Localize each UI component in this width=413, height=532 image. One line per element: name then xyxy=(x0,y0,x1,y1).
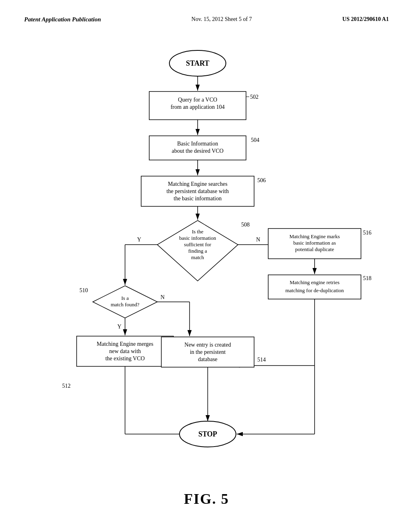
figure-caption: FIG. 5 xyxy=(0,486,413,515)
svg-rect-51 xyxy=(268,275,361,299)
svg-text:in the persistent: in the persistent xyxy=(190,349,226,355)
svg-text:516: 516 xyxy=(363,230,371,236)
header-date-sheet: Nov. 15, 2012 Sheet 5 of 7 xyxy=(192,16,252,23)
svg-text:New entry is created: New entry is created xyxy=(184,342,231,348)
svg-text:508: 508 xyxy=(241,222,250,228)
svg-text:506: 506 xyxy=(257,177,266,183)
svg-text:Y: Y xyxy=(117,324,121,330)
header-publication-type: Patent Application Publication xyxy=(24,16,101,23)
svg-text:514: 514 xyxy=(257,357,266,363)
svg-text:match: match xyxy=(191,254,204,260)
svg-text:Matching engine retries: Matching engine retries xyxy=(290,279,339,285)
svg-text:the basic information: the basic information xyxy=(174,195,222,202)
svg-text:518: 518 xyxy=(363,275,371,281)
flowchart-area: START Query for a VCO from an applicatio… xyxy=(0,31,413,486)
svg-text:N: N xyxy=(256,237,260,243)
svg-text:510: 510 xyxy=(79,287,88,293)
svg-text:database: database xyxy=(198,356,217,362)
svg-text:Y: Y xyxy=(137,237,141,243)
svg-text:from an application 104: from an application 104 xyxy=(171,104,225,110)
svg-text:Matching Engine merges: Matching Engine merges xyxy=(97,341,154,347)
svg-text:Matching Engine searches: Matching Engine searches xyxy=(168,181,227,187)
svg-text:Is the: Is the xyxy=(192,229,204,235)
svg-text:potential duplicate: potential duplicate xyxy=(295,246,334,252)
svg-text:START: START xyxy=(186,59,209,67)
svg-text:STOP: STOP xyxy=(198,430,217,438)
svg-text:match found?: match found? xyxy=(111,301,139,308)
svg-text:Matching Engine marks: Matching Engine marks xyxy=(290,233,340,239)
svg-text:sufficient for: sufficient for xyxy=(184,241,211,247)
page: Patent Application Publication Nov. 15, … xyxy=(0,0,413,532)
header: Patent Application Publication Nov. 15, … xyxy=(0,0,413,31)
svg-text:Is a: Is a xyxy=(121,295,129,301)
flowchart-svg: START Query for a VCO from an applicatio… xyxy=(0,31,413,486)
svg-text:512: 512 xyxy=(62,383,71,389)
svg-text:finding a: finding a xyxy=(188,248,207,254)
svg-text:new data with: new data with xyxy=(109,348,141,354)
header-patent-number: US 2012/290610 A1 xyxy=(342,16,389,23)
svg-text:Basic Information: Basic Information xyxy=(177,141,218,147)
svg-text:N: N xyxy=(161,294,165,300)
svg-text:502: 502 xyxy=(250,94,259,100)
svg-text:about the desired VCO: about the desired VCO xyxy=(172,148,223,154)
svg-text:Query for a VCO: Query for a VCO xyxy=(178,97,217,103)
svg-text:504: 504 xyxy=(251,137,259,143)
svg-text:basic information as: basic information as xyxy=(293,240,336,246)
svg-text:basic information: basic information xyxy=(179,235,216,241)
svg-text:matching for de-duplication: matching for de-duplication xyxy=(285,287,344,293)
svg-text:the persistent database with: the persistent database with xyxy=(167,188,229,194)
svg-text:the existing VCO: the existing VCO xyxy=(105,355,145,362)
